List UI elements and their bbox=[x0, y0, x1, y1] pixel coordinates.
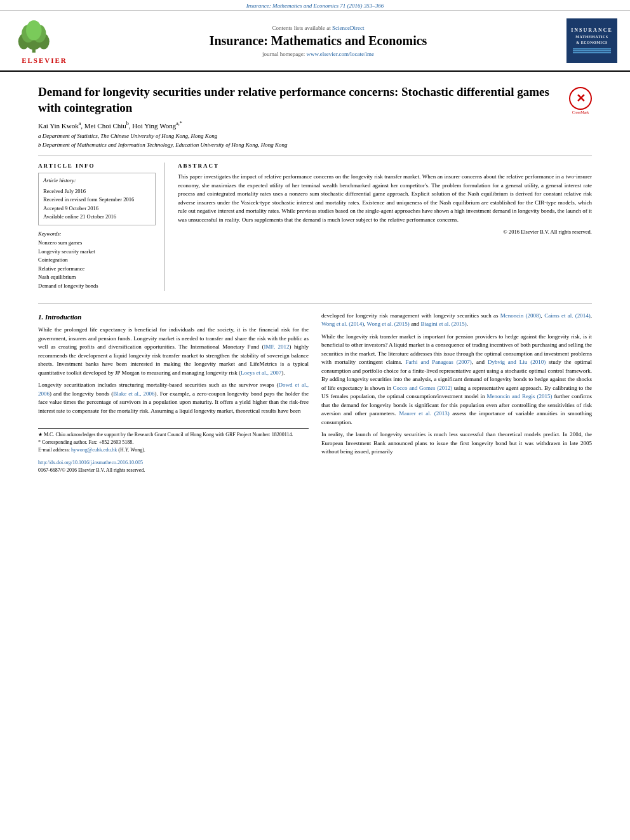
keyword-1: Nonzero sum games bbox=[38, 239, 156, 248]
history-label: Article history: bbox=[43, 177, 151, 185]
author1-name: Kai Yin Kwok bbox=[38, 122, 79, 130]
main-content: 1. Introduction While the prolonged life… bbox=[38, 303, 592, 475]
journal-citation: Insurance: Mathematics and Economics 71 … bbox=[246, 3, 384, 9]
abstract-section: ABSTRACT This paper investigates the imp… bbox=[178, 163, 592, 291]
dybvig-ref[interactable]: Dybvig and Liu (2010) bbox=[488, 359, 546, 365]
email-link[interactable]: hywong@cuhk.edu.hk bbox=[71, 447, 117, 453]
right-para-2: While the longevity risk transfer market… bbox=[321, 333, 592, 427]
available-date: Available online 21 October 2016 bbox=[43, 213, 151, 222]
right-para-3: In reality, the launch of longevity secu… bbox=[321, 430, 592, 457]
author3-name: Hoi Ying Wong bbox=[132, 122, 176, 130]
insurance-badge: INSURANCE Mathematics& Economics bbox=[566, 18, 617, 63]
paper-title-area: ✕ CrossMark Demand for longevity securit… bbox=[38, 84, 592, 116]
footnote-area: ★ M.C. Chiu acknowledges the support by … bbox=[38, 428, 309, 474]
journal-logo: INSURANCE Mathematics& Economics bbox=[560, 18, 617, 63]
sciencedirect-line: Contents lists available at ScienceDirec… bbox=[76, 25, 560, 31]
intro-para-2: Longevity securitization includes struct… bbox=[38, 381, 309, 415]
farhi-ref[interactable]: Farhi and Panageas (2007) bbox=[405, 359, 471, 365]
cairns-ref[interactable]: Cairns et al. (2014) bbox=[544, 312, 591, 319]
doi-link[interactable]: http://dx.doi.org/10.1016/j.insmatheco.2… bbox=[38, 460, 143, 465]
imf-ref-link[interactable]: IMF, 2012 bbox=[264, 343, 290, 350]
doi-bar: http://dx.doi.org/10.1016/j.insmatheco.2… bbox=[38, 459, 309, 467]
keyword-3: Cointegration bbox=[38, 256, 156, 265]
crossmark-badge: ✕ CrossMark bbox=[569, 87, 592, 114]
received-date: Received July 2016 bbox=[43, 187, 151, 196]
info-abstract-section: ARTICLE INFO Article history: Received J… bbox=[38, 163, 592, 291]
keywords-label: Keywords: bbox=[38, 230, 156, 237]
keyword-5: Nash equilibrium bbox=[38, 273, 156, 282]
section-number: 1. bbox=[38, 313, 43, 321]
content-col-left: 1. Introduction While the prolonged life… bbox=[38, 312, 309, 475]
content-col-right: developed for longevity risk management … bbox=[321, 312, 592, 475]
abstract-title: ABSTRACT bbox=[178, 163, 592, 169]
section-label: Introduction bbox=[45, 313, 81, 321]
paper-title: Demand for longevity securities under re… bbox=[38, 84, 592, 116]
keyword-2: Longevity security market bbox=[38, 248, 156, 257]
paper-container: ✕ CrossMark Demand for longevity securit… bbox=[0, 72, 630, 487]
elsevier-logo: ELSEVIER bbox=[13, 17, 76, 64]
copyright-line: © 2016 Elsevier B.V. All rights reserved… bbox=[178, 228, 592, 236]
biagini-ref[interactable]: Biagini et al. (2015) bbox=[420, 321, 466, 327]
menoncin-ref[interactable]: Menoncin (2008) bbox=[500, 312, 541, 319]
accepted-date: Accepted 9 October 2016 bbox=[43, 204, 151, 213]
cocco-ref[interactable]: Cocco and Gomes (2012) bbox=[393, 385, 453, 391]
menoncin-regis-ref[interactable]: Menoncin and Regis (2015) bbox=[487, 393, 553, 399]
journal-center: Contents lists available at ScienceDirec… bbox=[76, 25, 560, 57]
homepage-link[interactable]: www.elsevier.com/locate/ime bbox=[307, 51, 374, 57]
affiliation-a: a Department of Statistics, The Chinese … bbox=[38, 132, 592, 141]
elsevier-tree-icon bbox=[13, 17, 57, 55]
journal-header: ELSEVIER Contents lists available at Sci… bbox=[0, 11, 630, 72]
top-bar: Insurance: Mathematics and Economics 71 … bbox=[0, 0, 630, 11]
keyword-4: Relative performance bbox=[38, 265, 156, 274]
section-1-title: 1. Introduction bbox=[38, 312, 309, 323]
footnote-email: E-mail address: hywong@cuhk.edu.hk (H.Y.… bbox=[38, 446, 309, 454]
blake-ref-link[interactable]: Blake et al., 2006 bbox=[113, 390, 154, 397]
wong2015-ref[interactable]: Wong et al. (2015) bbox=[367, 321, 410, 327]
author2-name: Mei Choi Chiu bbox=[84, 122, 126, 130]
right-para-1: developed for longevity risk management … bbox=[321, 312, 592, 329]
abstract-text: This paper investigates the impact of re… bbox=[178, 173, 592, 236]
keywords-section: Keywords: Nonzero sum games Longevity se… bbox=[38, 230, 156, 291]
wong2014-ref[interactable]: Wong et al. (2014) bbox=[321, 321, 364, 327]
maurer-ref[interactable]: Maurer et al. (2013) bbox=[399, 410, 450, 417]
authors-line: Kai Yin Kwoka, Mei Choi Chiub, Hoi Ying … bbox=[38, 121, 592, 130]
loeys-ref-link[interactable]: Loeys et al., 2007 bbox=[241, 370, 281, 376]
article-info-column: ARTICLE INFO Article history: Received J… bbox=[38, 163, 165, 291]
two-col-content: 1. Introduction While the prolonged life… bbox=[38, 312, 592, 475]
article-info-title: ARTICLE INFO bbox=[38, 163, 156, 169]
homepage-line: journal homepage: www.elsevier.com/locat… bbox=[76, 51, 560, 57]
footnote-star: ★ M.C. Chiu acknowledges the support by … bbox=[38, 431, 309, 439]
affiliation-b: b Department of Mathematics and Informat… bbox=[38, 141, 592, 150]
footnote-corresponding: * Corresponding author. Fax: +852 2603 5… bbox=[38, 439, 309, 446]
dowd-ref-link[interactable]: Dowd et al., 2006 bbox=[38, 382, 309, 397]
keyword-6: Demand of longevity bonds bbox=[38, 282, 156, 291]
issn-line: 0167-6687/© 2016 Elsevier B.V. All right… bbox=[38, 467, 309, 474]
header-divider bbox=[38, 156, 592, 156]
sciencedirect-link[interactable]: ScienceDirect bbox=[332, 25, 364, 31]
intro-para-1: While the prolonged life expectancy is b… bbox=[38, 326, 309, 377]
elsevier-wordmark: ELSEVIER bbox=[13, 57, 76, 64]
affiliations: a Department of Statistics, The Chinese … bbox=[38, 132, 592, 149]
svg-point-6 bbox=[26, 20, 42, 41]
history-box: Article history: Received July 2016 Rece… bbox=[38, 173, 156, 225]
received-revised-date: Received in revised form September 2016 bbox=[43, 196, 151, 204]
journal-title: Insurance: Mathematics and Economics bbox=[76, 34, 560, 48]
